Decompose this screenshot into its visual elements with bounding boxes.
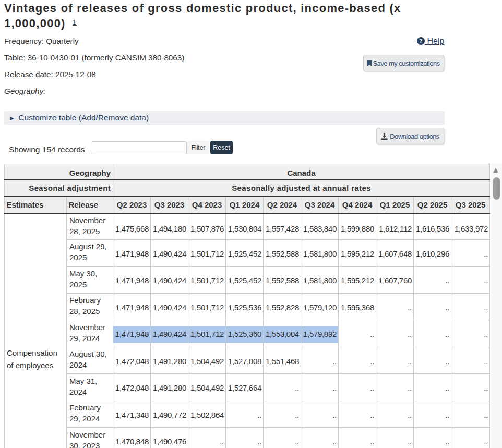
svg-text:?: ?: [419, 38, 422, 44]
